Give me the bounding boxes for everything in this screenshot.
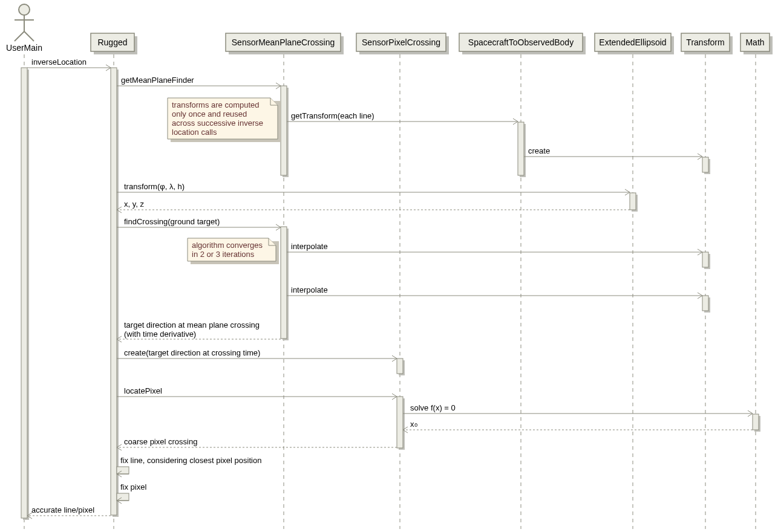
actor-usermain: UserMain — [6, 4, 42, 53]
actor-label: UserMain — [6, 43, 42, 53]
msg-accurate: accurate line/pixel — [31, 505, 94, 514]
activation-spc-1 — [397, 358, 403, 374]
note-algorithm: algorithm converges in 2 or 3 iterations — [188, 238, 279, 264]
participant-spc: SensorPixelCrossing — [356, 33, 449, 54]
activation-transform-2 — [702, 252, 708, 267]
participant-ellipsoid: ExtendedEllipsoid — [595, 33, 674, 54]
activation-rugged — [111, 68, 117, 515]
msg-targetdir-l1: target direction at mean plane crossing — [124, 320, 260, 329]
msg-create: create — [528, 146, 550, 155]
msg-fixLine: fix line, considering closest pixel posi… — [120, 456, 261, 465]
participant-label: Rugged — [97, 37, 127, 47]
msg-xyz: x, y, z — [124, 199, 144, 209]
msg-getMeanPlaneFinder: getMeanPlaneFinder — [121, 76, 194, 85]
activation-smpc-1 — [281, 86, 287, 175]
msg-inverseLocation: inverseLocation — [31, 57, 87, 66]
activation-transform-3 — [702, 296, 708, 311]
note-line: location calls — [172, 128, 217, 137]
msg-getTransform: getTransform(each line) — [291, 111, 374, 120]
participant-rugged: Rugged — [91, 33, 137, 54]
participant-smpc: SensorMeanPlaneCrossing — [226, 33, 344, 54]
svg-point-0 — [19, 4, 30, 15]
msg-coarsePixel: coarse pixel crossing — [124, 437, 197, 446]
note-line: in 2 or 3 iterations — [192, 250, 255, 259]
note-line: algorithm converges — [192, 241, 263, 250]
participant-label: SensorMeanPlaneCrossing — [232, 37, 335, 47]
participant-label: Math — [745, 37, 764, 47]
msg-findCrossing: findCrossing(ground target) — [124, 217, 220, 226]
svg-line-4 — [24, 31, 34, 41]
participant-stob: SpacecraftToObservedBody — [459, 33, 586, 54]
participant-transform: Transform — [681, 33, 733, 54]
activation-usermain — [21, 68, 27, 518]
msg-interpolate-2: interpolate — [291, 285, 328, 294]
note-line: transforms are computed — [172, 100, 260, 109]
svg-line-3 — [15, 31, 24, 41]
msg-solve: solve f(x) = 0 — [410, 403, 456, 412]
msg-interpolate-1: interpolate — [291, 242, 328, 251]
msg-createTarget: create(target direction at crossing time… — [124, 348, 260, 357]
msg-targetdir-l2: (with time derivative) — [124, 329, 196, 339]
msg-fixPixel: fix pixel — [120, 482, 146, 491]
msg-locatePixel: locatePixel — [124, 386, 162, 395]
msg-x0: x₀ — [410, 420, 417, 429]
participant-label: Transform — [686, 37, 724, 47]
participant-label: SensorPixelCrossing — [362, 37, 440, 47]
participant-label: ExtendedEllipsoid — [599, 37, 666, 47]
activation-math — [753, 414, 759, 430]
note-line: only once and reused — [172, 109, 247, 118]
participant-label: SpacecraftToObservedBody — [468, 37, 574, 47]
activation-transform-1 — [702, 157, 708, 172]
activation-spc-2 — [397, 397, 403, 448]
activation-smpc-2 — [281, 227, 287, 339]
note-line: across successive inverse — [172, 118, 263, 128]
activation-ellipsoid — [630, 193, 636, 210]
activation-stob — [518, 122, 524, 175]
msg-transform: transform(φ, λ, h) — [124, 182, 185, 191]
participant-math: Math — [740, 33, 773, 54]
note-transforms: transforms are computed only once and re… — [168, 98, 281, 142]
